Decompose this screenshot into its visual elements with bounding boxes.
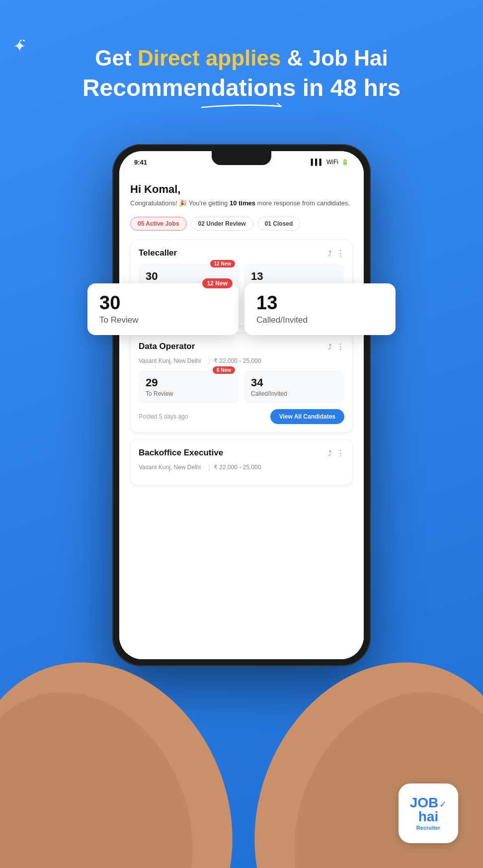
job-title-telecaller: Telecaller bbox=[139, 248, 177, 258]
job-card-header-data-op: Data Operator ⤴ ⋮ bbox=[139, 342, 344, 351]
called-number-telecaller: 13 bbox=[251, 270, 337, 283]
signal-icon: ▌▌▌ bbox=[311, 159, 323, 166]
job-meta-backoffice: Vasant Kunj, New Delhi | ₹ 22,000 - 25,0… bbox=[139, 464, 344, 471]
salary-backoffice: ₹ 22,000 - 25,000 bbox=[214, 464, 261, 471]
job-title-data-op: Data Operator bbox=[139, 342, 195, 351]
phone-wrapper: 9:41 ▌▌▌ WiFi 🔋 Hi Komal, Congratulation… bbox=[112, 144, 371, 666]
more-icon-data-op[interactable]: ⋮ bbox=[337, 342, 344, 351]
phone-screen: 9:41 ▌▌▌ WiFi 🔋 Hi Komal, Congratulation… bbox=[119, 151, 364, 659]
logo-hai-text: hai bbox=[418, 810, 438, 824]
floating-called-label: Called/Invited bbox=[256, 315, 384, 325]
header-highlight: Direct applies bbox=[138, 46, 281, 70]
salary-data-op: ₹ 22,000 - 25,000 bbox=[214, 357, 261, 364]
congrats-suffix: more response from candidates. bbox=[255, 199, 350, 207]
card-footer-data-op: Posted 5 days ago View All Candidates bbox=[139, 409, 344, 424]
job-card-header-telecaller: Telecaller ⤴ ⋮ bbox=[139, 248, 344, 258]
job-card-backoffice: Backoffice Executive ⤴ ⋮ Vasant Kunj, Ne… bbox=[130, 439, 353, 485]
new-badge-telecaller: 12 New bbox=[210, 260, 235, 267]
congrats-prefix: Congratulations! 🎉 You're getting bbox=[130, 199, 230, 207]
congrats-bold: 10 times bbox=[230, 199, 255, 207]
floating-called-number: 13 bbox=[256, 293, 384, 312]
logo-check-icon: ✓ bbox=[439, 799, 447, 810]
separator-backoffice: | bbox=[209, 464, 210, 471]
tab-closed[interactable]: 01 Closed bbox=[257, 217, 301, 231]
called-label-data-op: Called/Invited bbox=[251, 390, 337, 397]
to-review-number-data-op: 29 bbox=[146, 376, 232, 389]
job-actions-telecaller: ⤴ ⋮ bbox=[328, 249, 344, 258]
stats-row-data-op: 6 New 29 To Review 34 Called/Invited bbox=[139, 370, 344, 403]
sparkle-icon: ✦̈ bbox=[13, 37, 26, 56]
share-icon-data-op[interactable]: ⤴ bbox=[328, 343, 332, 351]
job-actions-backoffice: ⤴ ⋮ bbox=[328, 448, 344, 457]
called-number-data-op: 34 bbox=[251, 376, 337, 389]
floating-card-called: 13 Called/Invited bbox=[244, 283, 396, 335]
logo-row: JOB ✓ bbox=[410, 796, 447, 810]
tab-active-jobs[interactable]: 05 Active Jobs bbox=[130, 217, 187, 231]
greeting-text: Hi Komal, bbox=[130, 183, 353, 196]
floating-review-number: 30 bbox=[99, 293, 227, 312]
jobhai-logo: JOB ✓ hai Recruiter bbox=[399, 783, 458, 843]
job-actions-data-op: ⤴ ⋮ bbox=[328, 342, 344, 351]
posted-text-data-op: Posted 5 days ago bbox=[139, 413, 188, 420]
job-card-header-backoffice: Backoffice Executive ⤴ ⋮ bbox=[139, 448, 344, 458]
separator-data-op: | bbox=[209, 357, 210, 364]
logo-recruiter-text: Recruiter bbox=[416, 825, 440, 831]
location-backoffice: Vasant Kunj, New Delhi bbox=[139, 464, 201, 471]
floating-card-to-review: 12 New 30 To Review bbox=[87, 283, 239, 335]
header-line2: Recommendations in 48 hrs bbox=[20, 74, 463, 101]
job-title-backoffice: Backoffice Executive bbox=[139, 448, 223, 458]
to-review-label-data-op: To Review bbox=[146, 390, 232, 397]
share-icon-backoffice[interactable]: ⤴ bbox=[328, 449, 332, 457]
underline-decoration bbox=[197, 102, 286, 109]
job-card-data-operator: Data Operator ⤴ ⋮ Vasant Kunj, New Delhi… bbox=[130, 333, 353, 433]
congrats-text: Congratulations! 🎉 You're getting 10 tim… bbox=[130, 199, 353, 208]
status-time: 9:41 bbox=[134, 159, 147, 166]
more-icon-telecaller[interactable]: ⋮ bbox=[337, 249, 344, 258]
phone-shell: 9:41 ▌▌▌ WiFi 🔋 Hi Komal, Congratulation… bbox=[112, 144, 371, 666]
more-icon-backoffice[interactable]: ⋮ bbox=[337, 448, 344, 457]
filter-tabs: 05 Active Jobs 02 Under Review 01 Closed bbox=[130, 217, 353, 231]
status-icons: ▌▌▌ WiFi 🔋 bbox=[311, 159, 349, 166]
new-badge-data-op: 6 New bbox=[213, 366, 235, 374]
floating-review-label: To Review bbox=[99, 315, 227, 325]
floating-new-badge: 12 New bbox=[202, 278, 233, 288]
header-prefix: Get bbox=[95, 46, 138, 70]
logo-job-text: JOB bbox=[410, 796, 439, 810]
header-section: ✦̈ Get Direct applies & Job Hai Recommen… bbox=[0, 35, 483, 109]
header-suffix: & Job Hai bbox=[281, 46, 388, 70]
wifi-icon: WiFi bbox=[326, 159, 338, 166]
location-data-op: Vasant Kunj, New Delhi bbox=[139, 357, 201, 364]
share-icon-telecaller[interactable]: ⤴ bbox=[328, 249, 332, 258]
app-content: Hi Komal, Congratulations! 🎉 You're gett… bbox=[119, 173, 364, 659]
job-meta-data-op: Vasant Kunj, New Delhi | ₹ 22,000 - 25,0… bbox=[139, 357, 344, 364]
battery-icon: 🔋 bbox=[341, 159, 349, 166]
called-box-data-op: 34 Called/Invited bbox=[244, 370, 344, 403]
tab-under-review[interactable]: 02 Under Review bbox=[191, 217, 253, 231]
header-line1: Get Direct applies & Job Hai bbox=[20, 44, 463, 72]
floating-cards: 12 New 30 To Review 13 Called/Invited bbox=[87, 283, 396, 335]
view-candidates-btn-data-op[interactable]: View All Candidates bbox=[270, 409, 344, 424]
to-review-box-data-op: 6 New 29 To Review bbox=[139, 370, 239, 403]
